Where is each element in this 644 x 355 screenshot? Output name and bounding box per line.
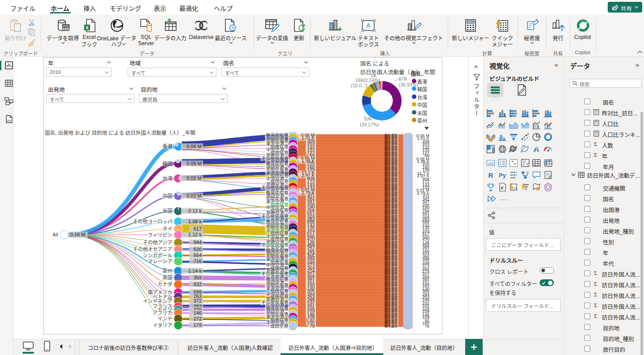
svg-text:0.02 M: 0.02 M bbox=[186, 175, 202, 181]
svg-text:1.08 k: 1.08 k bbox=[188, 219, 202, 224]
svg-text:シンガポール: シンガポール bbox=[143, 253, 173, 258]
svg-text:79: 79 bbox=[424, 324, 429, 329]
svg-text:イタリア: イタリア bbox=[153, 323, 173, 328]
svg-text:米国: 米国 bbox=[163, 208, 173, 214]
svg-text:179: 179 bbox=[194, 322, 202, 328]
svg-text:272: 272 bbox=[194, 316, 202, 321]
svg-text:中国: 中国 bbox=[163, 193, 173, 199]
svg-text:R: R bbox=[488, 171, 493, 179]
svg-text:香港: 香港 bbox=[163, 144, 173, 149]
svg-text:2.12 k: 2.12 k bbox=[188, 208, 202, 214]
svg-text:島市: 島市 bbox=[391, 324, 398, 328]
svg-text:マレーシア: マレーシア bbox=[148, 259, 173, 264]
svg-text:0.16 M: 0.16 M bbox=[70, 232, 86, 237]
svg-text:X: X bbox=[86, 25, 89, 30]
svg-text:豪州: 豪州 bbox=[163, 268, 173, 274]
svg-text:All: All bbox=[52, 232, 58, 237]
svg-text:タイ: タイ bbox=[163, 226, 173, 231]
svg-text:その他ヨーロッパ: その他ヨーロッパ bbox=[133, 219, 173, 224]
svg-text:台湾: 台湾 bbox=[163, 175, 173, 181]
svg-text:716: 716 bbox=[194, 258, 202, 264]
svg-text:A: A bbox=[366, 22, 371, 29]
svg-text:DAX: DAX bbox=[6, 120, 11, 122]
svg-text:Py: Py bbox=[499, 172, 506, 179]
svg-text:成田空港: 成田空港 bbox=[270, 323, 288, 329]
svg-text:フィリピン: フィリピン bbox=[148, 232, 173, 238]
svg-text:520: 520 bbox=[194, 247, 202, 252]
svg-text:372: 372 bbox=[194, 298, 202, 304]
svg-text:554: 554 bbox=[194, 252, 202, 258]
svg-text:英国: 英国 bbox=[163, 274, 173, 280]
svg-text:その他アジア: その他アジア bbox=[143, 240, 173, 245]
svg-text:1.14 k: 1.14 k bbox=[188, 268, 202, 274]
svg-text:832: 832 bbox=[194, 282, 202, 287]
svg-text:インド: インド bbox=[158, 316, 173, 321]
svg-text:123: 123 bbox=[488, 162, 493, 165]
svg-text:0.06 M: 0.06 M bbox=[186, 144, 202, 149]
svg-text:その他オセアニア: その他オセアニア bbox=[133, 247, 173, 252]
svg-text:インドネシア: インドネシア bbox=[143, 299, 173, 304]
svg-text:カナダ: カナダ bbox=[158, 281, 173, 287]
svg-text:79: 79 bbox=[310, 324, 315, 329]
svg-text:韓国: 韓国 bbox=[163, 161, 173, 167]
svg-text:アフリカ: アフリカ bbox=[153, 310, 173, 316]
svg-text:0.02 M: 0.02 M bbox=[186, 193, 202, 198]
svg-text:0.05 M: 0.05 M bbox=[186, 161, 202, 166]
svg-text:146: 146 bbox=[194, 310, 202, 316]
svg-text:1.12 k: 1.12 k bbox=[188, 232, 202, 237]
svg-text:359: 359 bbox=[194, 275, 202, 280]
svg-text:617: 617 bbox=[194, 226, 202, 231]
svg-text:944: 944 bbox=[194, 240, 202, 245]
